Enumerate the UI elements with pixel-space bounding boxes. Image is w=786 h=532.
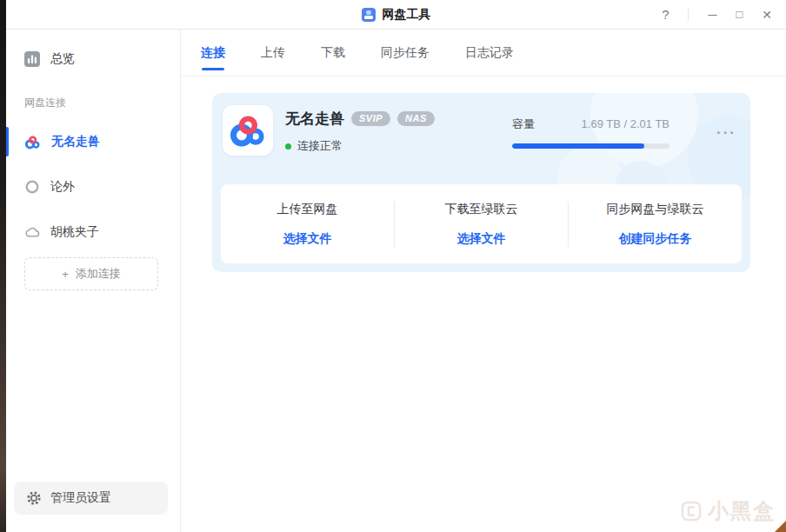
sidebar: 总览 网盘连接 无名走兽 论外 胡桃夹子 + 添加连接 管理员设置: [6, 30, 181, 532]
overview-chart-icon: [24, 51, 40, 67]
window-controls: ? ─ □ ✕: [662, 0, 772, 29]
admin-settings-button[interactable]: 管理员设置: [14, 482, 168, 515]
sidebar-connection-label: 无名走兽: [51, 134, 100, 150]
gear-icon: [26, 490, 42, 506]
minimize-icon[interactable]: ─: [708, 9, 716, 21]
sidebar-connection-label: 胡桃夹子: [50, 224, 99, 240]
sidebar-item-connection-0[interactable]: 无名走兽: [6, 127, 180, 156]
tab-bar: 连接 上传 下载 同步任务 日志记录: [181, 30, 786, 76]
capacity-block: 容量 1.69 TB / 2.01 TB: [512, 116, 669, 149]
app-logo-icon: [362, 8, 376, 22]
create-sync-task-link[interactable]: 创建同步任务: [619, 231, 692, 247]
connection-status: 连接正常: [285, 138, 343, 154]
action-upload: 上传至网盘 选择文件: [221, 202, 394, 247]
choose-files-link[interactable]: 选择文件: [283, 231, 332, 247]
status-text: 连接正常: [297, 138, 343, 154]
add-connection-label: 添加连接: [76, 266, 121, 282]
connection-name-row: 无名走兽 SVIP NAS: [285, 109, 435, 129]
action-title: 上传至网盘: [221, 202, 394, 217]
plus-icon: +: [62, 268, 69, 281]
nas-badge: NAS: [397, 111, 435, 126]
desktop-background-sliver: [0, 0, 6, 532]
action-download: 下载至绿联云 选择文件: [395, 202, 568, 247]
title-group: 网盘工具: [362, 0, 431, 29]
add-connection-button[interactable]: + 添加连接: [24, 257, 158, 290]
app-title: 网盘工具: [383, 7, 431, 23]
sidebar-item-overview[interactable]: 总览: [6, 45, 180, 73]
capacity-label: 容量: [512, 116, 535, 132]
sidebar-item-connection-2[interactable]: 胡桃夹子: [6, 217, 180, 247]
netdisk-logo-icon: [24, 134, 41, 150]
netdisk-logo-icon: [229, 111, 267, 150]
titlebar: 网盘工具 ? ─ □ ✕: [6, 0, 786, 30]
admin-settings-label: 管理员设置: [50, 490, 111, 506]
connection-card: 无名走兽 SVIP NAS 连接正常 容量 1.69 TB / 2.01 TB …: [212, 93, 750, 272]
tab-logs[interactable]: 日志记录: [465, 30, 514, 76]
main-content: 连接 上传 下载 同步任务 日志记录 无名走兽 SVIP NAS: [181, 30, 786, 532]
netdisk-logo-tile: [223, 105, 273, 156]
action-sync: 同步网盘与绿联云 创建同步任务: [569, 202, 742, 247]
action-title: 下载至绿联云: [395, 202, 568, 217]
card-actions-panel: 上传至网盘 选择文件 下载至绿联云 选择文件 同步网盘与绿联云 创建同步任务: [221, 184, 742, 263]
more-menu-icon[interactable]: ···: [716, 124, 736, 142]
tab-connect[interactable]: 连接: [201, 30, 225, 76]
card-header: 无名走兽 SVIP NAS 连接正常 容量 1.69 TB / 2.01 TB …: [212, 93, 750, 184]
svip-badge: SVIP: [351, 111, 390, 126]
sidebar-overview-label: 总览: [50, 51, 75, 67]
capacity-progress-track: [512, 143, 669, 149]
desktop-corner-sliver: [775, 521, 786, 532]
choose-files-link[interactable]: 选择文件: [457, 231, 506, 247]
capacity-progress-fill: [512, 143, 644, 149]
tab-download[interactable]: 下载: [321, 30, 345, 76]
capacity-value: 1.69 TB / 2.01 TB: [582, 117, 669, 130]
circle-drive-icon: [24, 179, 40, 195]
controls-divider: [688, 9, 689, 21]
maximize-icon[interactable]: □: [736, 9, 743, 20]
tab-sync-tasks[interactable]: 同步任务: [381, 30, 430, 76]
status-dot-icon: [285, 143, 291, 150]
sidebar-item-connection-1[interactable]: 论外: [6, 172, 180, 202]
cloud-icon: [24, 224, 40, 240]
sidebar-section-label: 网盘连接: [24, 96, 66, 110]
help-icon[interactable]: ?: [662, 8, 669, 21]
connection-name: 无名走兽: [285, 109, 344, 129]
action-title: 同步网盘与绿联云: [569, 202, 742, 217]
close-icon[interactable]: ✕: [762, 9, 772, 21]
sidebar-connection-label: 论外: [50, 179, 75, 195]
tab-upload[interactable]: 上传: [261, 30, 285, 76]
